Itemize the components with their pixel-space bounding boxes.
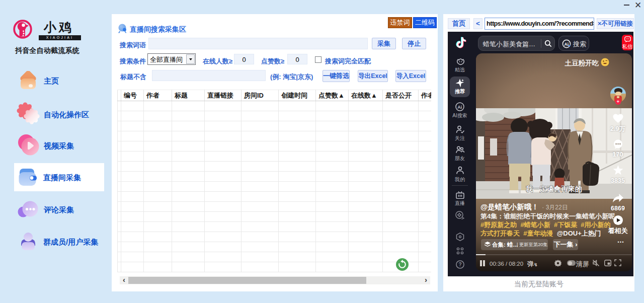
svg-text:我一定遠會再來的: 我一定遠會再來的 xyxy=(525,185,582,193)
svg-text:Ai: Ai xyxy=(457,105,462,110)
svg-text:Ai: Ai xyxy=(565,42,569,47)
svg-text:?: ? xyxy=(459,262,462,267)
